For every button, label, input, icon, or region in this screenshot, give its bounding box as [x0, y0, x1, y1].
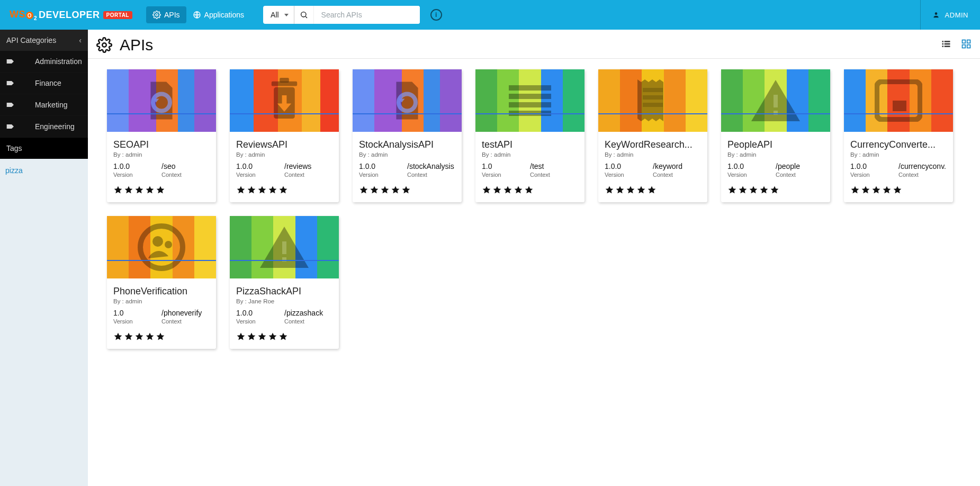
svg-rect-4: [945, 41, 950, 42]
page-title: APIs: [120, 36, 153, 54]
svg-point-1: [301, 12, 305, 17]
nav-applications[interactable]: Applications: [186, 6, 251, 23]
svg-rect-6: [945, 43, 950, 45]
user-icon: [932, 11, 940, 19]
grid-view-button[interactable]: [961, 39, 972, 51]
svg-rect-10: [967, 40, 970, 43]
svg-rect-20: [509, 102, 551, 107]
api-rating[interactable]: [236, 185, 332, 195]
api-rating[interactable]: [236, 332, 332, 341]
api-rating[interactable]: [605, 185, 701, 195]
api-thumbnail: [230, 69, 339, 132]
api-owner: By : admin: [727, 151, 824, 158]
api-version: 1.0: [482, 162, 530, 170]
api-card[interactable]: KeyWordResearch...By : admin1.0.0Version…: [598, 69, 707, 202]
api-card[interactable]: CurrencyConverte...By : admin1.0.0Versio…: [844, 69, 953, 202]
api-name: PizzaShackAPI: [236, 286, 332, 297]
tag-icon: [6, 80, 15, 86]
api-context: /pizzashack: [284, 309, 332, 317]
svg-point-30: [152, 236, 163, 247]
api-owner: By : admin: [482, 151, 578, 158]
api-card[interactable]: PeopleAPIBy : admin1.0.0Version/peopleCo…: [721, 69, 830, 202]
api-name: ReviewsAPI: [236, 139, 332, 150]
api-type-icon: [598, 69, 707, 132]
logo[interactable]: WSO2 DEVELOPER PORTAL: [0, 9, 142, 21]
list-view-button[interactable]: [941, 39, 951, 51]
api-card[interactable]: PizzaShackAPIBy : Jane Roe1.0.0Version/p…: [230, 216, 339, 349]
sidebar-category[interactable]: Marketing: [0, 94, 88, 116]
api-card[interactable]: SEOAPIBy : admin1.0.0Version/seoContext: [107, 69, 216, 202]
api-context: /seo: [161, 162, 210, 170]
sidebar-category-label: Finance: [35, 79, 61, 87]
api-rating[interactable]: [482, 185, 578, 195]
sidebar-category[interactable]: Engineering: [0, 116, 88, 138]
api-version: 1.0.0: [236, 309, 284, 317]
api-type-icon: [844, 69, 953, 132]
api-rating[interactable]: [727, 185, 824, 195]
api-version: 1.0.0: [359, 162, 407, 170]
api-card[interactable]: PhoneVerificationBy : admin1.0Version/ph…: [107, 216, 216, 349]
chevron-down-icon: [284, 14, 289, 16]
tag-icon: [6, 124, 15, 129]
user-menu[interactable]: ADMIN: [920, 0, 980, 30]
api-name: PeopleAPI: [727, 139, 824, 150]
topbar: WSO2 DEVELOPER PORTAL APIs Applications …: [0, 0, 980, 30]
api-context: /people: [776, 162, 824, 170]
api-card[interactable]: StockAnalysisAPIBy : admin1.0.0Version/s…: [353, 69, 462, 202]
svg-rect-16: [280, 78, 289, 83]
api-context: /stockAnalysis: [407, 162, 455, 170]
api-rating[interactable]: [359, 185, 455, 195]
grid-icon: [961, 39, 972, 49]
search-input[interactable]: [314, 6, 420, 24]
api-card[interactable]: testAPIBy : admin1.0Version/testContext: [475, 69, 585, 202]
svg-rect-24: [643, 103, 663, 107]
api-owner: By : admin: [236, 151, 332, 158]
api-type-icon: [107, 69, 216, 132]
api-card[interactable]: ReviewsAPIBy : admin1.0.0Version/reviews…: [230, 69, 339, 202]
api-type-icon: [475, 69, 585, 132]
search-icon: [294, 6, 314, 24]
api-context: /phoneverify: [161, 309, 210, 317]
api-thumbnail: [353, 69, 462, 132]
api-version: 1.0.0: [850, 162, 898, 170]
sidebar-category-label: Engineering: [35, 122, 75, 131]
api-version: 1.0.0: [236, 162, 284, 170]
api-owner: By : admin: [605, 151, 701, 158]
api-version: 1.0.0: [113, 162, 161, 170]
svg-rect-26: [774, 111, 778, 115]
api-type-icon: [230, 69, 339, 132]
svg-rect-3: [942, 41, 944, 42]
sidebar-category-label: Administration: [35, 57, 82, 66]
tag-icon: [6, 59, 15, 64]
api-name: PhoneVerification: [113, 286, 210, 297]
api-thumbnail: [598, 69, 707, 132]
api-type-icon: [107, 216, 216, 278]
svg-rect-7: [942, 46, 944, 47]
api-rating[interactable]: [850, 185, 947, 195]
svg-rect-22: [643, 88, 663, 92]
sidebar-categories-header[interactable]: API Categories ‹: [0, 30, 88, 51]
api-thumbnail: [721, 69, 830, 132]
sidebar-category-label: Marketing: [35, 101, 67, 109]
svg-rect-9: [963, 40, 966, 43]
sidebar-category[interactable]: Finance: [0, 73, 88, 94]
svg-rect-11: [963, 45, 966, 48]
sidebar-tag[interactable]: pizza: [0, 159, 88, 182]
api-context: /test: [530, 162, 578, 170]
svg-rect-8: [945, 46, 950, 47]
nav-apis[interactable]: APIs: [146, 6, 186, 23]
info-button[interactable]: i: [430, 9, 442, 21]
search-bar: All: [263, 6, 420, 24]
svg-point-31: [165, 241, 172, 248]
gear-icon: [96, 37, 112, 53]
api-name: SEOAPI: [113, 139, 210, 150]
main: APIs SEOAPIBy : admin1.0.0Version/seoCon…: [88, 30, 980, 486]
api-thumbnail: [107, 69, 216, 132]
svg-point-2: [934, 12, 937, 15]
api-owner: By : admin: [113, 151, 210, 158]
api-rating[interactable]: [113, 332, 210, 341]
search-scope-select[interactable]: All: [263, 6, 294, 24]
api-rating[interactable]: [113, 185, 210, 195]
sidebar-category[interactable]: Administration: [0, 51, 88, 73]
svg-rect-18: [509, 85, 551, 91]
